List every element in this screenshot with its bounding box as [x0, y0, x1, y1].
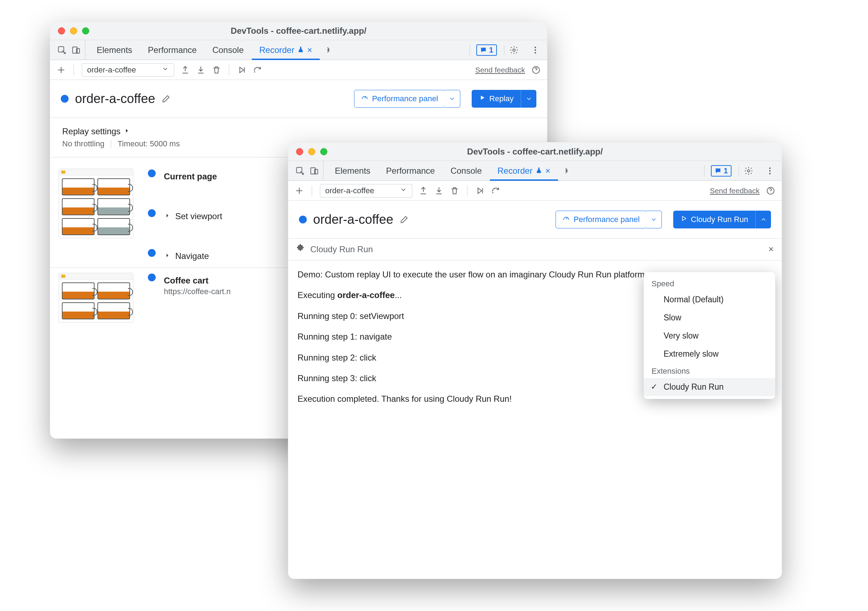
tab-performance[interactable]: Performance — [378, 161, 443, 181]
send-feedback-link[interactable]: Send feedback — [475, 66, 525, 74]
close-tab-icon[interactable]: × — [545, 166, 550, 176]
message-icon — [480, 46, 487, 54]
svg-point-3 — [513, 49, 515, 51]
message-icon — [715, 167, 722, 175]
performance-panel-split: Performance panel — [354, 90, 460, 108]
svg-point-7 — [254, 71, 255, 72]
play-icon — [479, 94, 486, 104]
menu-item[interactable]: Extremely slow — [644, 345, 775, 363]
tabs-overflow-icon[interactable] — [320, 40, 338, 60]
performance-panel-split: Performance panel — [556, 210, 662, 228]
add-recording-icon[interactable] — [294, 186, 304, 195]
tab-elements[interactable]: Elements — [327, 161, 378, 181]
inspect-icon[interactable] — [57, 45, 67, 55]
edit-title-icon[interactable] — [400, 215, 409, 224]
recording-select[interactable]: order-a-coffee — [320, 184, 412, 198]
svg-point-12 — [747, 169, 750, 172]
svg-point-14 — [769, 170, 770, 171]
delete-icon[interactable] — [212, 65, 221, 74]
flask-icon — [535, 166, 542, 176]
recorder-toolbar: order-a-coffee Send feedback — [50, 60, 547, 80]
help-icon[interactable] — [766, 186, 775, 195]
menu-item-label: Cloudy Run Run — [663, 382, 724, 391]
run-button[interactable]: Cloudy Run Run — [673, 210, 755, 228]
export-icon[interactable] — [181, 65, 190, 74]
close-icon[interactable]: × — [769, 244, 774, 255]
tab-performance[interactable]: Performance — [140, 40, 205, 60]
window-title: DevTools - coffee-cart.netlify.app/ — [50, 26, 547, 36]
chevron-right-icon — [123, 127, 130, 136]
replay-button[interactable]: Replay — [472, 90, 521, 108]
run-split: Cloudy Run Run — [673, 210, 771, 228]
settings-icon[interactable] — [739, 166, 758, 175]
gauge-icon — [562, 215, 570, 224]
kebab-icon[interactable] — [531, 45, 540, 55]
expand-icon — [164, 211, 171, 221]
performance-panel-caret[interactable] — [445, 90, 460, 108]
menu-item[interactable]: Slow — [644, 309, 775, 327]
recorder-toolbar: order-a-coffee Send feedback — [288, 181, 782, 201]
menu-item[interactable]: ✓Cloudy Run Run — [644, 378, 775, 396]
menu-item-label: Extremely slow — [663, 349, 719, 359]
help-icon[interactable] — [532, 65, 541, 74]
window-title: DevTools - coffee-cart.netlify.app/ — [288, 147, 782, 157]
menu-item-label: Slow — [663, 313, 681, 322]
recording-select-value: order-a-coffee — [87, 65, 136, 74]
devtools-window-front: DevTools - coffee-cart.netlify.app/ Elem… — [288, 142, 782, 579]
recording-select[interactable]: order-a-coffee — [82, 63, 174, 77]
device-toggle-icon[interactable] — [71, 45, 81, 55]
performance-panel-caret[interactable] — [646, 210, 662, 228]
svg-point-15 — [769, 173, 770, 174]
performance-panel-button[interactable]: Performance panel — [354, 90, 445, 108]
extension-output: Cloudy Run Run × Demo: Custom replay UI … — [288, 239, 782, 418]
step-icon[interactable] — [491, 186, 500, 195]
send-feedback-link[interactable]: Send feedback — [710, 187, 760, 195]
kebab-icon[interactable] — [765, 166, 775, 175]
menu-heading: Extensions — [644, 363, 775, 378]
recording-select-value: order-a-coffee — [325, 186, 374, 195]
menu-item[interactable]: Normal (Default) — [644, 291, 775, 309]
record-dot-icon — [299, 216, 307, 223]
recording-header: order-a-coffee Performance panel Cloudy … — [288, 201, 782, 239]
step-over-icon[interactable] — [237, 65, 246, 74]
check-icon: ✓ — [651, 382, 657, 391]
tab-strip: Elements Performance Console Recorder × … — [288, 161, 782, 181]
issues-badge[interactable]: 1 — [711, 165, 732, 176]
close-tab-icon[interactable]: × — [307, 45, 312, 55]
tab-console[interactable]: Console — [205, 40, 251, 60]
tab-recorder[interactable]: Recorder × — [490, 161, 558, 181]
tabs-overflow-icon[interactable] — [558, 161, 576, 181]
titlebar[interactable]: DevTools - coffee-cart.netlify.app/ — [50, 22, 547, 40]
add-recording-icon[interactable] — [56, 65, 66, 74]
import-icon[interactable] — [434, 186, 443, 195]
replay-caret[interactable] — [521, 90, 536, 108]
svg-point-4 — [535, 46, 536, 48]
step-over-icon[interactable] — [475, 186, 485, 195]
expand-icon — [164, 251, 171, 261]
inspect-icon[interactable] — [295, 166, 305, 175]
issues-badge[interactable]: 1 — [476, 45, 497, 56]
replay-settings-label: Replay settings — [62, 127, 121, 136]
edit-title-icon[interactable] — [161, 94, 170, 104]
svg-point-16 — [492, 192, 493, 193]
import-icon[interactable] — [196, 65, 205, 74]
step-thumbnail — [59, 273, 133, 323]
settings-icon[interactable] — [504, 45, 524, 55]
performance-panel-button[interactable]: Performance panel — [556, 210, 646, 228]
step-icon[interactable] — [253, 65, 262, 74]
tab-elements[interactable]: Elements — [89, 40, 140, 60]
titlebar[interactable]: DevTools - coffee-cart.netlify.app/ — [288, 142, 782, 161]
tab-strip: Elements Performance Console Recorder × … — [50, 40, 547, 60]
menu-item[interactable]: Very slow — [644, 327, 775, 345]
recording-title: order-a-coffee — [313, 212, 393, 227]
gauge-icon — [361, 94, 369, 104]
export-icon[interactable] — [419, 186, 428, 195]
menu-heading: Speed — [644, 276, 775, 291]
run-caret[interactable] — [755, 210, 771, 228]
device-toggle-icon[interactable] — [310, 166, 319, 175]
replay-split: Replay — [472, 90, 536, 108]
recording-header: order-a-coffee Performance panel Replay — [50, 80, 547, 118]
tab-recorder[interactable]: Recorder × — [252, 40, 320, 60]
tab-console[interactable]: Console — [443, 161, 490, 181]
delete-icon[interactable] — [450, 186, 459, 195]
